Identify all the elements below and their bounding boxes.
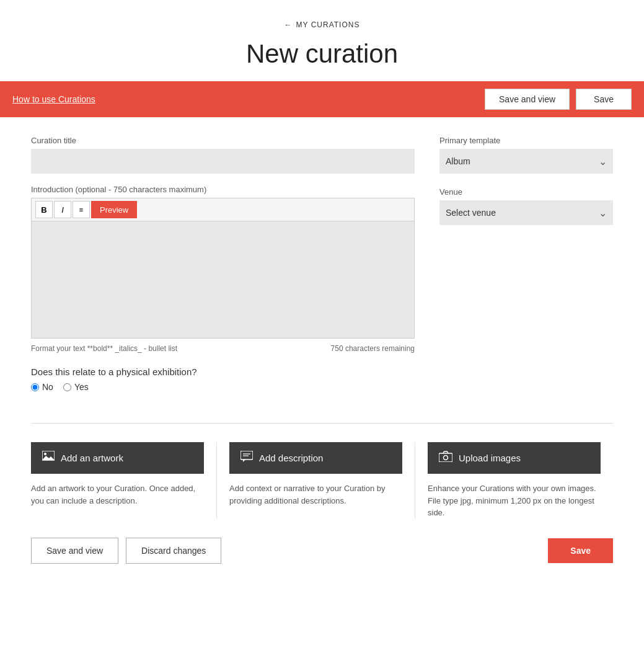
radio-yes-text: Yes	[74, 382, 89, 392]
page-header: ← MY CURATIONS New curation	[0, 0, 644, 81]
add-artwork-label: Add an artwork	[61, 453, 123, 463]
curation-title-input[interactable]	[31, 149, 415, 174]
exhibition-question: Does this relate to a physical exhibitio…	[31, 366, 415, 377]
section-divider	[31, 423, 613, 424]
list-icon: ≡	[79, 206, 83, 213]
svg-marker-4	[243, 460, 245, 462]
bottom-actions: Save and view Discard changes Save	[0, 519, 644, 589]
discard-changes-button[interactable]: Discard changes	[126, 538, 221, 564]
primary-template-select[interactable]: Album Grid List	[439, 149, 613, 174]
italic-button[interactable]: I	[54, 201, 71, 218]
radio-group: No Yes	[31, 382, 415, 392]
how-to-link[interactable]: How to use Curations	[12, 94, 95, 104]
upload-images-label: Upload images	[459, 453, 521, 463]
upload-images-button[interactable]: Upload images	[428, 442, 601, 474]
editor-hints: Format your text **bold** _italics_ - bu…	[31, 344, 415, 353]
svg-marker-1	[42, 456, 55, 460]
image-icon	[42, 451, 55, 465]
toolbar-buttons: Save and view Save	[485, 89, 632, 110]
list-button[interactable]: ≡	[73, 201, 90, 218]
radio-no-text: No	[42, 382, 53, 392]
page-title: New curation	[12, 39, 632, 69]
radio-no-label[interactable]: No	[31, 382, 53, 392]
template-select-wrapper: Album Grid List ⌄	[439, 149, 613, 174]
svg-point-2	[44, 453, 46, 455]
upload-images-desc: Enhance your Curations with your own ima…	[428, 482, 601, 519]
bold-button[interactable]: B	[35, 201, 53, 218]
venue-field: Venue Select venue ⌄	[439, 187, 613, 225]
curation-title-label: Curation title	[31, 136, 415, 145]
radio-no[interactable]	[31, 383, 39, 391]
format-hint: Format your text **bold** _italics_ - bu…	[31, 344, 177, 353]
save-button-bottom[interactable]: Save	[548, 538, 613, 563]
action-cards: Add an artwork Add an artwork to your Cu…	[0, 442, 644, 519]
venue-select[interactable]: Select venue	[439, 200, 613, 225]
form-layout: Curation title Introduction (optional - …	[31, 136, 613, 392]
primary-template-label: Primary template	[439, 136, 613, 145]
upload-images-card: Upload images Enhance your Curations wit…	[428, 442, 613, 519]
form-right: Primary template Album Grid List ⌄ Venue…	[439, 136, 613, 392]
save-and-view-button-top[interactable]: Save and view	[485, 89, 570, 110]
chars-remaining: 750 characters remaining	[331, 344, 415, 353]
intro-label: Introduction (optional - 750 characters …	[31, 185, 415, 194]
radio-yes[interactable]	[63, 383, 71, 391]
camera-icon	[439, 451, 452, 465]
add-artwork-card: Add an artwork Add an artwork to your Cu…	[31, 442, 217, 519]
add-artwork-button[interactable]: Add an artwork	[31, 442, 204, 474]
back-link[interactable]: ← MY CURATIONS	[285, 20, 360, 29]
svg-rect-7	[439, 453, 452, 462]
add-artwork-desc: Add an artwork to your Curation. Once ad…	[31, 482, 204, 507]
back-arrow-icon: ←	[285, 20, 293, 29]
toolbar-bar: How to use Curations Save and view Save	[0, 81, 644, 117]
venue-select-wrapper: Select venue ⌄	[439, 200, 613, 225]
venue-label: Venue	[439, 187, 613, 197]
radio-yes-label[interactable]: Yes	[63, 382, 89, 392]
main-content: Curation title Introduction (optional - …	[0, 117, 644, 404]
editor-toolbar: B I ≡ Preview	[31, 198, 415, 221]
comment-icon	[240, 451, 253, 465]
preview-button[interactable]: Preview	[91, 201, 137, 218]
save-and-view-button-bottom[interactable]: Save and view	[31, 538, 118, 564]
form-left: Curation title Introduction (optional - …	[31, 136, 415, 392]
add-description-desc: Add context or narrative to your Curatio…	[229, 482, 402, 507]
svg-point-8	[444, 456, 448, 460]
save-button-top[interactable]: Save	[576, 89, 632, 110]
add-description-button[interactable]: Add description	[229, 442, 402, 474]
svg-rect-3	[240, 451, 253, 460]
add-description-label: Add description	[259, 453, 323, 463]
intro-textarea[interactable]	[31, 221, 415, 339]
add-description-card: Add description Add context or narrative…	[229, 442, 415, 519]
back-link-label: MY CURATIONS	[296, 20, 360, 29]
